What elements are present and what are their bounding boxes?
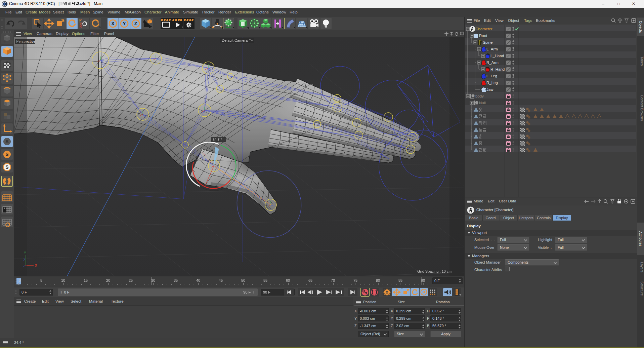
svg-text:P: P [422, 290, 425, 295]
svg-text:S: S [5, 139, 8, 144]
svg-text:75: 75 [353, 278, 357, 282]
svg-text:Z: Z [134, 21, 137, 26]
svg-text:85: 85 [398, 278, 402, 282]
svg-text:Character: Character [475, 27, 492, 31]
svg-text:45: 45 [219, 278, 223, 282]
svg-text:55: 55 [263, 278, 267, 282]
svg-text:Jaw: Jaw [486, 87, 493, 91]
svg-text:90: 90 [421, 278, 425, 282]
svg-text:body: body [475, 94, 484, 98]
svg-text:35: 35 [174, 278, 178, 282]
svg-text:X: X [35, 264, 37, 267]
svg-text:5: 5 [40, 278, 42, 282]
svg-text:Default Camera: Default Camera [222, 38, 248, 42]
svg-text:L_Leg: L_Leg [486, 74, 497, 78]
svg-text:L_Hand: L_Hand [490, 54, 504, 58]
svg-text:S: S [5, 164, 8, 170]
svg-text:X: X [111, 21, 115, 26]
svg-text:Null: Null [479, 101, 486, 105]
svg-text:65: 65 [308, 278, 312, 282]
svg-text:Grid Spacing : 10 cm: Grid Spacing : 10 cm [417, 269, 452, 273]
svg-text:30: 30 [151, 278, 155, 282]
svg-text:60: 60 [286, 278, 290, 282]
svg-text:Spine: Spine [483, 40, 492, 44]
svg-text:34.7 °: 34.7 ° [213, 138, 222, 142]
svg-text:25: 25 [129, 278, 133, 282]
svg-text:Root: Root [479, 34, 487, 38]
svg-text:0: 0 [19, 278, 21, 282]
svg-text:70: 70 [331, 278, 335, 282]
svg-text:10: 10 [61, 278, 65, 282]
svg-text:50: 50 [241, 278, 245, 282]
svg-text:R_Arm: R_Arm [486, 61, 499, 65]
svg-text:R_Leg: R_Leg [486, 81, 498, 85]
svg-text:15: 15 [84, 278, 88, 282]
svg-text:20: 20 [106, 278, 110, 282]
svg-text:Y: Y [123, 21, 126, 26]
svg-text:S: S [5, 152, 8, 157]
svg-text:80: 80 [376, 278, 380, 282]
svg-text:R_Hand: R_Hand [490, 67, 505, 71]
svg-text:R: R [79, 25, 82, 28]
svg-text:40: 40 [196, 278, 200, 282]
svg-text:L_Arm: L_Arm [486, 47, 498, 51]
